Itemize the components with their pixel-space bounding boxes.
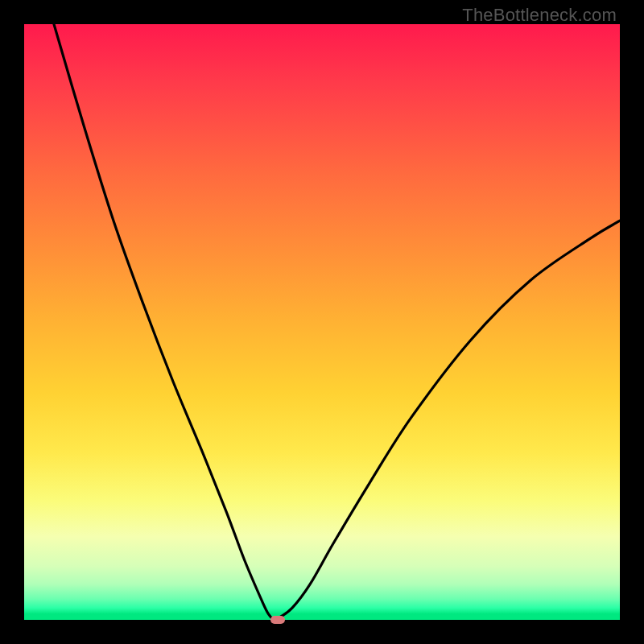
bottleneck-curve bbox=[54, 24, 620, 620]
chart-svg bbox=[24, 24, 620, 620]
chart-frame bbox=[24, 24, 620, 620]
minimum-marker bbox=[270, 616, 285, 624]
watermark-text: TheBottleneck.com bbox=[462, 5, 617, 26]
